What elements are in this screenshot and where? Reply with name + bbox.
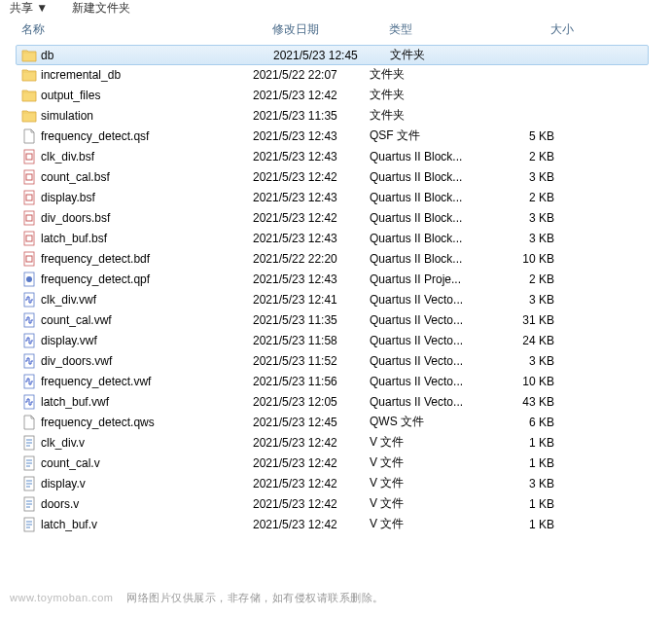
file-type: V 文件 xyxy=(370,495,486,512)
file-date: 2021/5/23 12:05 xyxy=(253,395,370,409)
file-row[interactable]: frequency_detect.qsf2021/5/23 12:43QSF 文… xyxy=(0,126,672,146)
file-row[interactable]: count_cal.v2021/5/23 12:42V 文件1 KB xyxy=(0,453,672,473)
file-size: 3 KB xyxy=(486,170,564,184)
file-row[interactable]: latch_buf.bsf2021/5/23 12:43Quartus II B… xyxy=(0,228,672,248)
file-size: 3 KB xyxy=(486,232,564,245)
file-date: 2021/5/23 12:45 xyxy=(253,416,370,429)
v-icon xyxy=(21,496,37,512)
file-row[interactable]: clk_div.vwf2021/5/23 12:41Quartus II Vec… xyxy=(0,289,672,309)
file-name-cell: latch_buf.v xyxy=(21,517,253,532)
file-row[interactable]: display.bsf2021/5/23 12:43Quartus II Blo… xyxy=(0,187,672,207)
file-name-cell: output_files xyxy=(21,88,253,103)
file-row[interactable]: incremental_db2021/5/22 22:07文件夹 xyxy=(0,64,672,85)
file-type: Quartus II Block... xyxy=(370,150,486,163)
file-name-cell: count_cal.v xyxy=(21,455,253,471)
file-size: 6 KB xyxy=(486,416,564,429)
v-icon xyxy=(21,517,37,532)
file-name: count_cal.bsf xyxy=(41,170,110,184)
file-name: clk_div.bsf xyxy=(41,150,94,163)
file-date: 2021/5/23 11:52 xyxy=(253,354,370,368)
header-size[interactable]: 大小 xyxy=(506,21,584,38)
file-type: 文件夹 xyxy=(370,107,486,124)
file-name: div_doors.bsf xyxy=(41,211,110,225)
toolbar-share[interactable]: 共享 ▼ xyxy=(10,0,48,17)
file-row[interactable]: clk_div.v2021/5/23 12:42V 文件1 KB xyxy=(0,432,672,453)
file-name-cell: frequency_detect.qpf xyxy=(21,272,253,287)
file-name-cell: frequency_detect.qws xyxy=(21,415,253,430)
file-name-cell: count_cal.bsf xyxy=(21,169,253,185)
file-size: 3 KB xyxy=(486,293,564,307)
file-date: 2021/5/23 12:45 xyxy=(273,49,390,62)
file-date: 2021/5/23 12:42 xyxy=(253,497,370,511)
file-row[interactable]: simulation2021/5/23 11:35文件夹 xyxy=(0,105,672,126)
file-row[interactable]: display.v2021/5/23 12:42V 文件3 KB xyxy=(0,473,672,493)
file-size: 1 KB xyxy=(486,497,564,511)
qsf-icon xyxy=(21,128,37,144)
file-type: QWS 文件 xyxy=(370,414,486,430)
file-type: V 文件 xyxy=(370,434,486,451)
file-name: simulation xyxy=(41,109,93,123)
file-size: 43 KB xyxy=(486,395,564,409)
header-name[interactable]: 名称 xyxy=(21,21,272,38)
file-type: Quartus II Vecto... xyxy=(370,354,486,368)
file-name: clk_div.vwf xyxy=(41,293,96,307)
file-row[interactable]: latch_buf.v2021/5/23 12:42V 文件1 KB xyxy=(0,514,672,534)
file-row[interactable]: db2021/5/23 12:45文件夹 xyxy=(16,45,649,65)
file-type: Quartus II Vecto... xyxy=(370,313,486,327)
header-date[interactable]: 修改日期 xyxy=(272,21,389,38)
file-date: 2021/5/23 12:42 xyxy=(253,456,370,470)
file-row[interactable]: doors.v2021/5/23 12:42V 文件1 KB xyxy=(0,493,672,514)
toolbar-newfolder[interactable]: 新建文件夹 xyxy=(72,0,130,17)
folder-icon xyxy=(21,67,37,83)
bsf-icon xyxy=(21,210,37,226)
file-row[interactable]: div_doors.vwf2021/5/23 11:52Quartus II V… xyxy=(0,350,672,371)
file-name: db xyxy=(41,49,53,62)
file-name-cell: display.vwf xyxy=(21,333,253,348)
file-date: 2021/5/23 12:42 xyxy=(253,211,370,225)
bsf-icon xyxy=(21,169,37,185)
file-type: Quartus II Block... xyxy=(370,211,486,225)
file-row[interactable]: count_cal.bsf2021/5/23 12:42Quartus II B… xyxy=(0,166,672,187)
file-row[interactable]: latch_buf.vwf2021/5/23 12:05Quartus II V… xyxy=(0,391,672,412)
file-size: 2 KB xyxy=(486,150,564,163)
file-row[interactable]: display.vwf2021/5/23 11:58Quartus II Vec… xyxy=(0,330,672,350)
file-row[interactable]: frequency_detect.qpf2021/5/23 12:43Quart… xyxy=(0,269,672,289)
file-list: db2021/5/23 12:45文件夹incremental_db2021/5… xyxy=(0,42,672,534)
file-row[interactable]: count_cal.vwf2021/5/23 11:35Quartus II V… xyxy=(0,309,672,330)
bsf-icon xyxy=(21,190,37,205)
file-name-cell: clk_div.bsf xyxy=(21,149,253,164)
file-name: frequency_detect.vwf xyxy=(41,375,151,388)
file-name: div_doors.vwf xyxy=(41,354,112,368)
file-row[interactable]: output_files2021/5/23 12:42文件夹 xyxy=(0,85,672,105)
folder-icon xyxy=(21,108,37,124)
header-type[interactable]: 类型 xyxy=(389,21,506,38)
file-name: latch_buf.vwf xyxy=(41,395,109,409)
footer: www.toymoban.com 网络图片仅供展示，非存储，如有侵权请联系删除。 xyxy=(10,591,384,605)
file-size: 1 KB xyxy=(486,456,564,470)
file-date: 2021/5/23 12:43 xyxy=(253,272,370,286)
file-row[interactable]: clk_div.bsf2021/5/23 12:43Quartus II Blo… xyxy=(0,146,672,166)
file-date: 2021/5/23 12:41 xyxy=(253,293,370,307)
file-row[interactable]: frequency_detect.vwf2021/5/23 11:56Quart… xyxy=(0,371,672,391)
file-type: V 文件 xyxy=(370,516,486,532)
file-name: count_cal.v xyxy=(41,456,100,470)
file-type: Quartus II Block... xyxy=(370,170,486,184)
file-name: output_files xyxy=(41,89,100,102)
file-type: Quartus II Vecto... xyxy=(370,334,486,347)
file-name-cell: display.bsf xyxy=(21,190,253,205)
file-row[interactable]: div_doors.bsf2021/5/23 12:42Quartus II B… xyxy=(0,207,672,228)
bsf-icon xyxy=(21,231,37,246)
file-name: count_cal.vwf xyxy=(41,313,112,327)
vwf-icon xyxy=(21,374,37,389)
file-name-cell: count_cal.vwf xyxy=(21,312,253,328)
file-name-cell: frequency_detect.vwf xyxy=(21,374,253,389)
file-row[interactable]: frequency_detect.qws2021/5/23 12:45QWS 文… xyxy=(0,412,672,432)
qpf-icon xyxy=(21,272,37,287)
file-name: frequency_detect.bdf xyxy=(41,252,150,266)
file-type: Quartus II Block... xyxy=(370,232,486,245)
file-name-cell: div_doors.bsf xyxy=(21,210,253,226)
vwf-icon xyxy=(21,312,37,328)
file-row[interactable]: frequency_detect.bdf2021/5/22 22:20Quart… xyxy=(0,248,672,269)
file-date: 2021/5/23 12:42 xyxy=(253,518,370,531)
file-size: 2 KB xyxy=(486,272,564,286)
